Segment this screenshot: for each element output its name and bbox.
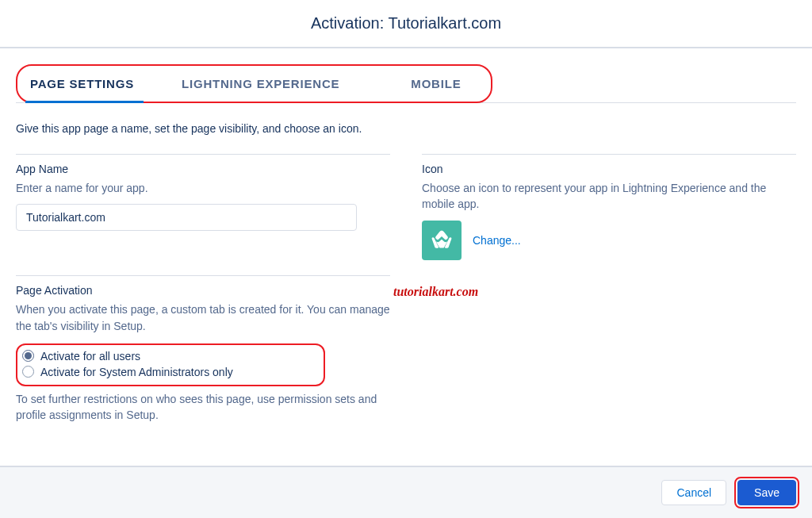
divider bbox=[422, 154, 796, 155]
save-button[interactable]: Save bbox=[737, 480, 796, 505]
tab-mobile[interactable]: MOBILE bbox=[371, 66, 477, 102]
modal-title: Activation: Tutorialkart.com bbox=[0, 14, 812, 33]
app-name-input[interactable] bbox=[16, 204, 357, 231]
watermark-text: tutorialkart.com bbox=[393, 285, 478, 299]
radio-dot-icon bbox=[22, 350, 34, 362]
radio-activate-sysadmins[interactable]: Activate for System Administrators only bbox=[22, 364, 316, 380]
change-icon-link[interactable]: Change... bbox=[473, 234, 521, 247]
page-activation-label: Page Activation bbox=[16, 284, 390, 297]
tabs: PAGE SETTINGS LIGHTNING EXPERIENCE MOBIL… bbox=[19, 66, 477, 102]
intro-text: Give this app page a name, set the page … bbox=[16, 122, 796, 135]
radio-label: Activate for all users bbox=[40, 350, 140, 363]
radio-activate-all-users[interactable]: Activate for all users bbox=[22, 348, 316, 364]
left-column: App Name Enter a name for your app. Page… bbox=[16, 154, 390, 431]
icon-label: Icon bbox=[422, 163, 796, 175]
icon-row: Change... bbox=[422, 221, 796, 260]
tabs-highlight-box: PAGE SETTINGS LIGHTNING EXPERIENCE MOBIL… bbox=[16, 64, 492, 103]
app-icon-tile bbox=[422, 221, 462, 260]
tab-page-settings[interactable]: PAGE SETTINGS bbox=[19, 66, 150, 102]
icon-hint: Choose an icon to represent your app in … bbox=[422, 180, 796, 213]
tab-lightning-experience[interactable]: LIGHTNING EXPERIENCE bbox=[150, 66, 371, 102]
page-activation-hint: When you activate this page, a custom ta… bbox=[16, 301, 390, 334]
modal-footer: Cancel Save bbox=[0, 466, 812, 518]
handshake-icon bbox=[429, 228, 454, 253]
divider bbox=[16, 154, 390, 155]
activation-radio-group: Activate for all users Activate for Syst… bbox=[16, 343, 325, 386]
page-activation-section: Page Activation When you activate this p… bbox=[16, 275, 390, 423]
app-name-hint: Enter a name for your app. bbox=[16, 180, 390, 196]
page-activation-footnote: To set further restrictions on who sees … bbox=[16, 391, 390, 424]
divider bbox=[16, 275, 390, 276]
cancel-button[interactable]: Cancel bbox=[661, 480, 726, 505]
save-highlight-box: Save bbox=[734, 477, 799, 508]
modal-body: PAGE SETTINGS LIGHTNING EXPERIENCE MOBIL… bbox=[0, 48, 812, 431]
app-name-label: App Name bbox=[16, 163, 390, 175]
modal-header: Activation: Tutorialkart.com bbox=[0, 0, 812, 48]
radio-label: Activate for System Administrators only bbox=[40, 366, 233, 378]
radio-dot-icon bbox=[22, 366, 34, 378]
